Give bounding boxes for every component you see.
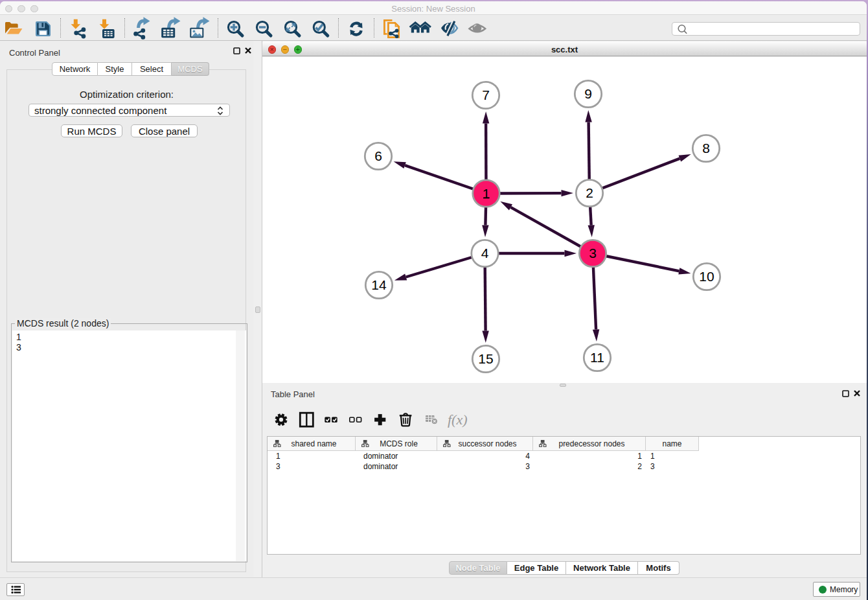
- svg-text:14: 14: [371, 277, 387, 292]
- svg-text:8: 8: [702, 141, 710, 156]
- svg-text:3: 3: [589, 246, 597, 260]
- svg-text:6: 6: [374, 148, 382, 163]
- svg-text:15: 15: [478, 351, 493, 366]
- svg-text:4: 4: [481, 246, 489, 260]
- svg-text:10: 10: [699, 269, 714, 284]
- svg-text:7: 7: [482, 87, 490, 102]
- svg-text:9: 9: [584, 86, 592, 101]
- svg-text:f(x): f(x): [448, 411, 468, 428]
- svg-text:11: 11: [590, 350, 604, 365]
- svg-text:2: 2: [586, 185, 593, 200]
